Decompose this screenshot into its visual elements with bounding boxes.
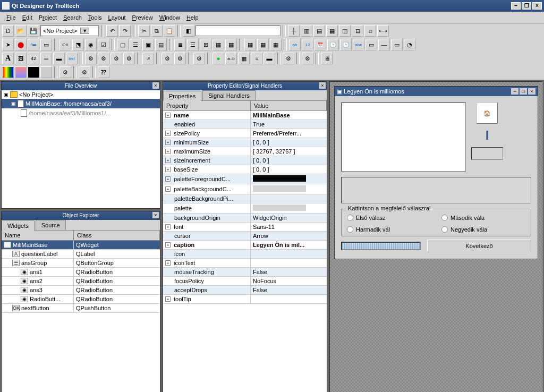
radio-answer-3[interactable]: Harmadik vál xyxy=(347,226,431,233)
object-row[interactable]: ◉ans1QRadioButton xyxy=(2,268,160,277)
kde-widget10-icon[interactable]: ⚙ xyxy=(60,66,71,78)
form-titlebar[interactable]: ▣ Legyen Ön is milliomos – □ × xyxy=(335,87,538,96)
expand-icon[interactable]: + xyxy=(165,158,171,163)
label-icon[interactable]: A xyxy=(2,53,14,64)
layout-split-v-icon[interactable]: ⊟ xyxy=(352,25,363,37)
panel-close-icon[interactable]: × xyxy=(152,212,159,218)
spacer-icon[interactable]: ⟷ xyxy=(377,25,389,37)
kde-widget7-icon[interactable]: ⚙ xyxy=(193,53,205,64)
radio-answer-1[interactable]: Első válasz xyxy=(347,215,431,221)
pointer-icon[interactable]: ➤ xyxy=(2,39,14,50)
object-row[interactable]: WMillMainBaseQWidget xyxy=(2,241,160,250)
textbrowser-icon[interactable]: text xyxy=(66,53,78,64)
radio-answer-2[interactable]: Második vála xyxy=(441,215,525,221)
col-class[interactable]: Class xyxy=(74,231,160,240)
tree-item-child[interactable]: /home/nacsa/eaf3/Milliomos1/... xyxy=(2,108,160,118)
progress-stepper[interactable] xyxy=(341,242,421,250)
menu-layout[interactable]: Layout xyxy=(105,13,129,22)
property-row[interactable]: mouseTrackingFalse xyxy=(163,268,327,277)
panel-close-icon[interactable]: × xyxy=(319,82,326,89)
buttongroup-icon[interactable]: ☰ xyxy=(130,39,141,50)
textedit-icon[interactable]: abc xyxy=(353,39,364,50)
property-row[interactable]: +sizePolicyPreferred/Preferr... xyxy=(163,129,327,138)
expand-icon[interactable]: + xyxy=(165,242,171,248)
tool-icon[interactable]: ◧ xyxy=(183,25,194,37)
menu-edit[interactable]: Edit xyxy=(19,13,36,22)
kurl2-icon[interactable]: :// xyxy=(251,53,262,64)
property-row[interactable]: acceptDropsFalse xyxy=(163,286,327,295)
tabwidget-icon[interactable]: ▤ xyxy=(155,39,167,50)
kde-widget8-icon[interactable]: ⚙ xyxy=(283,53,294,64)
break-layout-icon[interactable]: ⧈ xyxy=(364,25,376,37)
menu-search[interactable]: Search xyxy=(60,13,85,22)
databrowser-icon[interactable]: ▦ xyxy=(257,39,269,50)
kde-widget4-icon[interactable]: ⚙ xyxy=(123,53,135,64)
object-row[interactable]: AquestionLabelQLabel xyxy=(2,250,160,259)
kde-widget11-icon[interactable]: ⚙ xyxy=(79,66,90,78)
expand-icon[interactable]: + xyxy=(165,149,171,154)
scrollbar-icon[interactable]: ▭ xyxy=(391,39,403,50)
paste-icon[interactable]: 📋 xyxy=(164,25,175,37)
kcolor2-icon[interactable] xyxy=(15,66,27,78)
kde-widget6-icon[interactable]: ⚙ xyxy=(174,53,186,64)
form-close-icon[interactable]: × xyxy=(528,88,536,95)
object-table[interactable]: WMillMainBaseQWidgetAquestionLabelQLabel… xyxy=(2,241,160,392)
tab-source[interactable]: Source xyxy=(36,220,66,230)
tree-root[interactable]: ▣ <No Project> xyxy=(2,90,160,99)
expand-icon[interactable]: + xyxy=(165,224,171,229)
property-row[interactable]: +captionLegyen Ön is mil... xyxy=(163,241,327,250)
kde-widget9-icon[interactable]: ⚙ xyxy=(302,53,313,64)
object-row[interactable]: ◉ans3QRadioButton xyxy=(2,286,160,295)
kde-widget5-icon[interactable]: ⚙ xyxy=(162,53,173,64)
design-canvas[interactable]: ▣ Legyen Ön is milliomos – □ × 🏠 I xyxy=(329,81,543,392)
menu-window[interactable]: Window xyxy=(156,13,183,22)
combobox-icon[interactable]: ▭ xyxy=(366,39,377,50)
spinbox-icon[interactable]: 12 xyxy=(302,39,313,50)
layout-vbox-icon[interactable]: ▤ xyxy=(313,25,325,37)
property-row[interactable]: +nameMillMainBase xyxy=(163,111,327,120)
file-tree[interactable]: ▣ <No Project> ▣ MillMainBase: /home/nac… xyxy=(2,90,160,208)
menu-preview[interactable]: Preview xyxy=(129,13,156,22)
expand-icon[interactable]: + xyxy=(165,296,171,302)
dial-icon[interactable]: ◔ xyxy=(404,39,415,50)
progressbar-icon[interactable]: ▬ xyxy=(53,53,65,64)
property-row[interactable]: +paletteForegroundC... xyxy=(163,174,327,184)
layout-split-h-icon[interactable]: ◫ xyxy=(339,25,351,37)
kcolor3-icon[interactable] xyxy=(28,66,39,78)
cut-icon[interactable]: ✂ xyxy=(138,25,150,37)
property-row[interactable]: +toolTip xyxy=(163,295,327,304)
form-maximize-icon[interactable]: □ xyxy=(520,88,527,95)
property-row[interactable]: backgroundOriginWidgetOrigin xyxy=(163,214,327,223)
object-row[interactable]: ◉ans2QRadioButton xyxy=(2,277,160,286)
tab-widgets[interactable]: Widgets xyxy=(2,220,35,231)
redo-icon[interactable]: ↷ xyxy=(119,25,131,37)
open-file-icon[interactable]: 📂 xyxy=(15,25,27,37)
col-value[interactable]: Value xyxy=(251,101,327,110)
lineedit-icon[interactable]: ab xyxy=(289,39,301,50)
signal-slot-icon[interactable]: ⬤ xyxy=(15,39,27,50)
expand-icon[interactable]: + xyxy=(165,176,171,182)
question-text-area[interactable] xyxy=(341,103,466,172)
property-row[interactable]: icon xyxy=(163,250,327,259)
maximize-button[interactable]: ❐ xyxy=(522,2,531,10)
object-row[interactable]: ◉RadioButt...QRadioButton xyxy=(2,295,160,304)
new-file-icon[interactable]: 🗋 xyxy=(2,25,14,37)
panel-close-icon[interactable]: × xyxy=(152,82,159,89)
menu-project[interactable]: Project xyxy=(36,13,60,22)
kcharselect-icon[interactable]: ▦ xyxy=(238,53,250,64)
kcolor1-icon[interactable] xyxy=(2,66,14,78)
lcdnumber-icon[interactable]: 42 xyxy=(28,53,39,64)
kde-widget3-icon[interactable]: ⚙ xyxy=(110,53,122,64)
col-name[interactable]: Name xyxy=(2,231,74,240)
minimize-button[interactable]: – xyxy=(511,2,521,10)
toolbutton-icon[interactable]: ⬔ xyxy=(72,39,84,50)
search-box[interactable] xyxy=(196,25,280,36)
expand-icon[interactable]: + xyxy=(165,167,171,172)
iconview-icon[interactable]: ⊞ xyxy=(200,39,211,50)
save-file-icon[interactable]: 💾 xyxy=(28,25,39,37)
line-icon[interactable]: ═ xyxy=(40,53,52,64)
house-icon[interactable]: 🏠 xyxy=(477,103,498,124)
expand-icon[interactable]: + xyxy=(165,113,171,118)
project-combo[interactable]: <No Project> ▼ xyxy=(40,25,99,36)
property-table[interactable]: +nameMillMainBaseenabledTrue+sizePolicyP… xyxy=(163,111,327,392)
